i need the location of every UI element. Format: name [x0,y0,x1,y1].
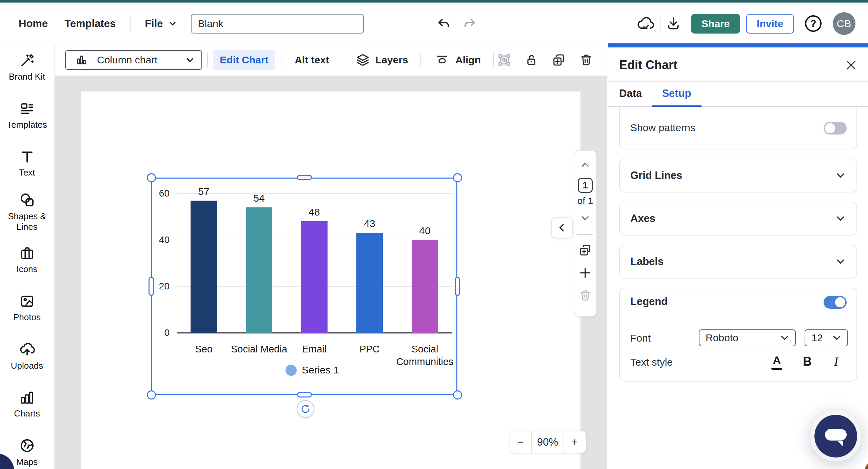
selection-handle-bottom-left[interactable] [147,390,156,400]
edit-chart-panel: Edit Chart Data Setup Show patterns Grid… [608,43,868,469]
tab-setup[interactable]: Setup [652,87,702,107]
chart-bar[interactable] [356,233,383,333]
close-panel-button[interactable] [844,58,859,73]
chevron-down-icon [184,55,195,65]
show-patterns-label: Show patterns [630,122,695,134]
previous-page-button[interactable] [579,159,591,170]
underline-bar [771,368,782,370]
bold-style-button[interactable]: B [800,353,815,370]
chart-bar[interactable] [191,201,217,333]
edit-chart-button[interactable]: Edit Chart [213,50,275,70]
sidebar-item-templates[interactable]: Templates [0,91,54,140]
lock-button[interactable] [525,53,538,67]
selection-handle-top-left[interactable] [147,173,156,182]
sidebar-item-text[interactable]: Text [0,140,54,188]
column-chart[interactable]: 020406057Seo54Social Media48Email43PPC40… [81,91,580,469]
chevron-down-icon [779,332,790,344]
legend-toggle[interactable] [824,296,847,309]
sidebar-item-label: Charts [14,408,40,419]
chart-bar[interactable] [246,207,272,333]
sidebar-item-photos[interactable]: Photos [0,284,54,332]
sidebar-item-shapes-lines[interactable]: Shapes & Lines [0,188,54,236]
duplicate-page-button[interactable] [579,244,592,257]
page-rail: 1 of 1 [574,150,597,317]
file-menu[interactable]: File [145,18,177,30]
share-button[interactable]: Share [691,14,740,34]
undo-button[interactable] [437,17,451,31]
next-page-button[interactable] [579,212,591,224]
selection-handle-bottom-right[interactable] [453,390,462,400]
collapse-panel-button[interactable] [551,217,573,239]
selection-handle-bottom-center[interactable] [297,392,312,397]
delete-button[interactable] [579,53,593,67]
chat-support-button[interactable] [814,415,857,457]
selection-handle-top-center[interactable] [297,175,312,180]
panel-body: Show patterns Grid Lines Axes Labels Leg… [608,107,868,469]
sidebar-item-uploads[interactable]: Uploads [0,332,54,380]
chevron-down-icon [834,169,847,182]
underline-style-button[interactable]: A [769,353,784,370]
context-toolbar: Column chart Edit Chart Alt text Layers … [55,43,607,76]
selection-handle-top-right[interactable] [453,173,462,182]
grid-lines-section[interactable]: Grid Lines [619,159,857,192]
duplicate-button[interactable] [552,53,566,67]
align-button[interactable]: Align [435,50,481,70]
picture-icon [19,293,35,309]
zoom-in-button[interactable]: + [564,431,585,453]
x-axis-category-label: Social Communities [389,343,461,368]
panel-header: Edit Chart [608,47,868,82]
italic-style-button[interactable]: I [829,353,844,370]
nav-templates[interactable]: Templates [64,18,116,30]
layers-button[interactable]: Layers [356,50,408,70]
redo-button[interactable] [462,17,477,31]
sidebar-item-brand-kit[interactable]: Brand Kit [0,43,54,91]
sidebar-item-label: Icons [16,264,37,274]
help-button[interactable]: ? [805,15,822,32]
alt-text-button[interactable]: Alt text [291,50,333,70]
font-size-select[interactable]: 12 [805,329,848,346]
unlock-icon [525,53,538,67]
canvas-area[interactable]: 020406057Seo54Social Media48Email43PPC40… [55,76,607,469]
sidebar-item-charts[interactable]: Charts [0,380,54,428]
avatar[interactable]: CB [833,12,855,35]
align-icon [435,53,449,67]
font-select[interactable]: Roboto [699,329,796,346]
add-page-button[interactable] [578,266,592,280]
labels-section[interactable]: Labels [619,245,857,279]
align-label: Align [455,54,481,66]
invite-button[interactable]: Invite [746,14,794,34]
current-page-box[interactable]: 1 [578,178,593,193]
chart-legend: Series 1 [285,363,339,378]
zoom-level[interactable]: 90% [532,431,564,453]
magic-wand-icon [19,53,35,68]
legend-section: Legend Font Roboto 12 Text style A B I [619,288,857,382]
chart-bar[interactable] [412,240,438,333]
rotate-handle[interactable] [297,400,314,418]
design-page[interactable]: 020406057Seo54Social Media48Email43PPC40… [81,91,580,469]
chart-type-select[interactable]: Column chart [65,50,202,70]
show-patterns-toggle[interactable] [824,122,847,135]
axes-label: Axes [630,212,655,225]
group-elements-button[interactable] [497,53,511,67]
cloud-save-button[interactable] [637,16,654,31]
file-menu-label: File [145,18,163,30]
doc-title-input[interactable] [191,14,364,34]
delete-page-button[interactable] [579,289,592,302]
chart-bar[interactable] [301,221,328,333]
sidebar-item-label: Shapes & Lines [0,211,54,232]
chevron-down-icon [579,212,591,224]
column-chart-icon [76,54,87,66]
panel-title: Edit Chart [619,58,677,72]
selection-handle-middle-left[interactable] [149,277,154,296]
font-select-value: Roboto [706,332,738,344]
sidebar-item-icons[interactable]: Icons [0,236,54,284]
axes-section[interactable]: Axes [619,202,857,236]
tab-data[interactable]: Data [619,87,642,100]
show-patterns-card: Show patterns [619,107,857,149]
header-divider [130,16,131,32]
selection-handle-middle-right[interactable] [455,277,460,296]
download-button[interactable] [666,16,681,31]
speech-bubble-icon [825,429,847,441]
nav-home[interactable]: Home [19,18,48,30]
zoom-out-button[interactable]: − [510,431,532,453]
